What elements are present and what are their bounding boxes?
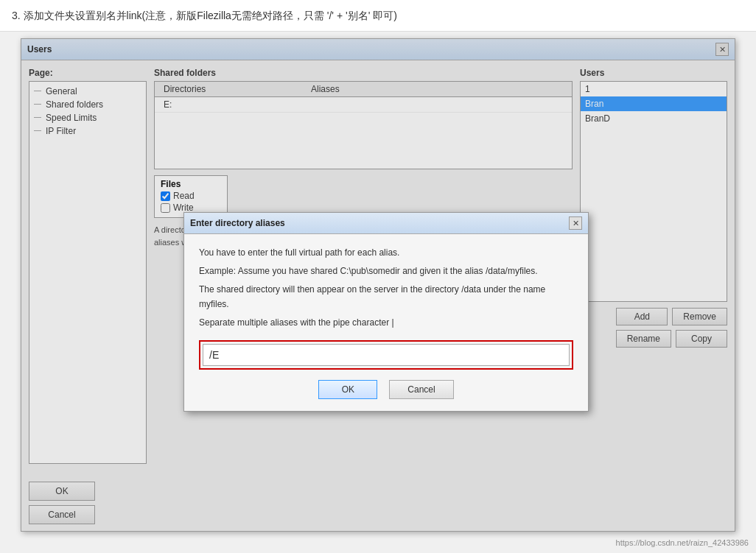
url-watermark: https://blog.csdn.net/raizn_42433986	[616, 538, 749, 547]
alias-input[interactable]	[203, 344, 570, 366]
instruction-line3: The shared directory will then appear on…	[199, 283, 573, 311]
users-window: Users ✕ Page: General Shared folders Spe…	[21, 38, 735, 532]
instruction-line4: Separate multiple aliases with the pipe …	[199, 316, 573, 330]
annotation-text: 3. 添加文件夹设置别名并link(注意，新版Filezilla无需绝对路径，只…	[0, 0, 756, 32]
dialog-body: You have to enter the full virtual path …	[184, 234, 588, 411]
dialog-instructions: You have to enter the full virtual path …	[199, 246, 573, 330]
dialog-ok-button[interactable]: OK	[318, 380, 377, 399]
dialog-close-button[interactable]: ✕	[569, 216, 582, 230]
alias-input-wrapper	[199, 340, 573, 370]
dialog-overlay: Enter directory aliases ✕ You have to en…	[21, 39, 735, 531]
dialog-title: Enter directory aliases	[190, 218, 285, 228]
dialog-buttons: OK Cancel	[199, 380, 573, 399]
dialog-titlebar: Enter directory aliases ✕	[184, 213, 588, 234]
instruction-line2: Example: Assume you have shared C:\pub\s…	[199, 264, 573, 278]
directory-aliases-dialog: Enter directory aliases ✕ You have to en…	[183, 212, 589, 412]
dialog-cancel-button[interactable]: Cancel	[389, 380, 453, 399]
instruction-line1: You have to enter the full virtual path …	[199, 246, 573, 260]
